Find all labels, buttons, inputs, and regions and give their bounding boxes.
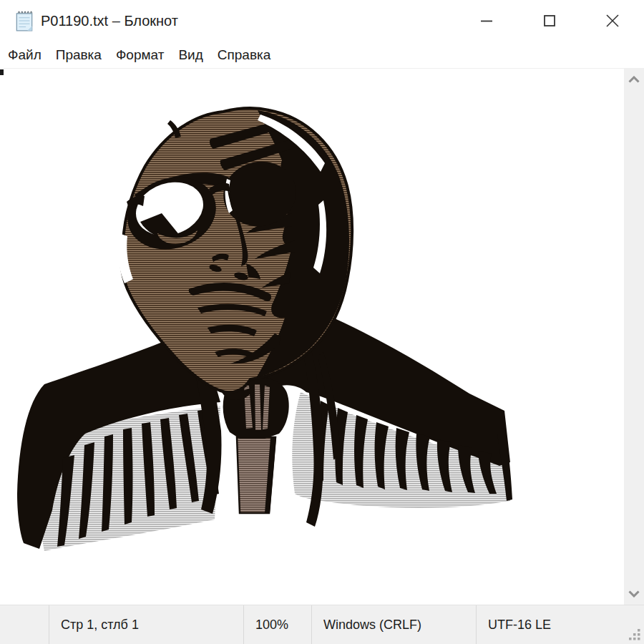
encoding-label: UTF-16 LE (476, 605, 644, 644)
maximize-icon (544, 15, 555, 26)
menu-item-view[interactable]: Вид (171, 42, 210, 68)
window-title: P01190.txt – Блокнот (41, 13, 178, 29)
minimize-icon (481, 20, 492, 22)
menu-item-edit[interactable]: Правка (49, 42, 109, 68)
close-icon (606, 14, 619, 27)
maximize-button[interactable] (518, 0, 581, 42)
close-button[interactable] (581, 0, 644, 42)
menu-item-format[interactable]: Формат (109, 42, 172, 68)
cursor-position-label: Стр 1, стлб 1 (49, 605, 243, 644)
scroll-down-button[interactable] (624, 583, 644, 605)
resize-grip[interactable] (628, 628, 641, 641)
zoom-level-label: 100% (243, 605, 311, 644)
minimize-button[interactable] (455, 0, 518, 42)
vertical-scrollbar[interactable] (624, 69, 644, 605)
scroll-up-button[interactable] (624, 69, 644, 90)
title-bar[interactable]: P01190.txt – Блокнот (0, 0, 644, 42)
portrait-artwork (0, 69, 624, 605)
window-controls (455, 0, 644, 42)
menu-item-file[interactable]: Файл (1, 42, 49, 68)
status-spacer (0, 605, 49, 644)
menu-item-help[interactable]: Справка (210, 42, 278, 68)
notepad-window: P01190.txt – Блокнот Файл Правка (0, 0, 644, 644)
line-ending-label: Windows (CRLF) (311, 605, 476, 644)
menu-bar: Файл Правка Формат Вид Справка (0, 42, 644, 69)
text-editor-area[interactable] (0, 69, 644, 605)
chevron-down-icon (628, 590, 640, 597)
notepad-icon (14, 9, 34, 32)
chevron-up-icon (628, 76, 640, 83)
status-bar: Стр 1, стлб 1 100% Windows (CRLF) UTF-16… (0, 605, 644, 644)
